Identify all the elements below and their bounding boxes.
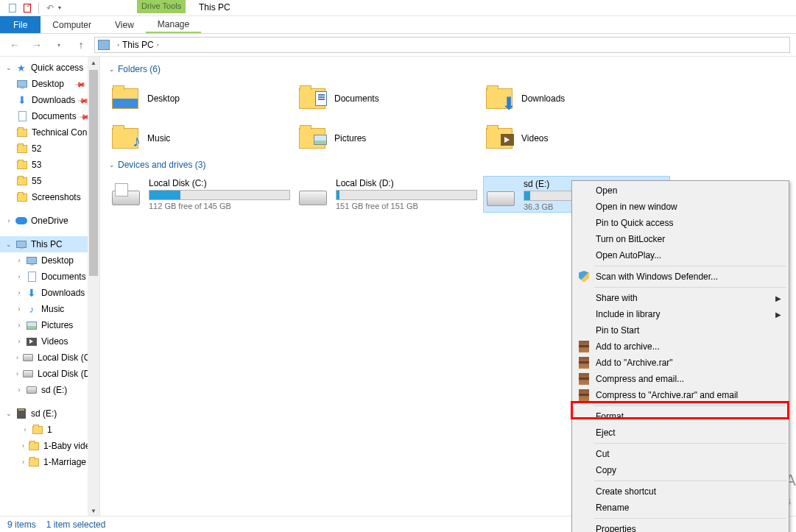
tree-item[interactable]: ›Local Disk (D:) <box>0 366 88 382</box>
address-bar[interactable]: › This PC › <box>94 37 790 53</box>
vid-icon <box>26 336 38 347</box>
tree-sd-root[interactable]: ⌄ sd (E:) <box>0 405 88 422</box>
tree-item[interactable]: Desktop📌 <box>0 76 88 92</box>
tree-scrollbar[interactable]: ▲ ▼ <box>88 57 99 517</box>
group-header-folders[interactable]: ⌄ Folders (6) <box>109 64 796 74</box>
menu-label: Add to "Archive.rar" <box>596 358 673 368</box>
menu-separator <box>594 266 786 266</box>
tree-item[interactable]: ›Videos <box>0 333 88 350</box>
menu-item[interactable]: Cut <box>574 446 787 462</box>
tab-computer[interactable]: Computer <box>40 16 103 33</box>
group-label: Folders (6) <box>118 64 161 74</box>
tree-item[interactable]: ›⬇Downloads <box>0 285 88 301</box>
navigation-pane: ⌄ ★ Quick access Desktop📌⬇Downloads📌Docu… <box>0 57 100 517</box>
tree-label: Music <box>41 304 64 314</box>
chevron-down-icon: ⌄ <box>109 65 115 73</box>
tab-file[interactable]: File <box>0 16 40 33</box>
menu-separator <box>594 480 786 481</box>
shield-icon <box>577 270 591 283</box>
folder-item[interactable]: ⬇Downloads <box>483 80 670 117</box>
forward-button[interactable]: → <box>28 36 46 54</box>
back-button[interactable]: ← <box>6 36 24 54</box>
tree-item[interactable]: Screenshots <box>0 189 88 205</box>
menu-item[interactable]: Eject <box>574 425 787 441</box>
tree-item[interactable]: ›1-Baby video <box>0 438 88 454</box>
tab-view[interactable]: View <box>103 16 146 33</box>
menu-item[interactable]: Include in library▶ <box>574 306 787 322</box>
menu-item[interactable]: Format... <box>574 408 787 425</box>
customize-qat-icon[interactable]: ▾ <box>58 4 61 11</box>
menu-separator <box>594 518 786 519</box>
tree-item[interactable]: ›Documents <box>0 269 88 285</box>
properties-icon[interactable] <box>6 1 19 15</box>
tree-item[interactable]: ›1-Marriage vide <box>0 454 88 470</box>
tree-item[interactable]: ›Local Disk (C:) <box>0 350 88 366</box>
recent-locations-icon[interactable]: ▾ <box>50 36 68 54</box>
menu-item[interactable]: Pin to Quick access <box>574 215 787 231</box>
new-folder-icon[interactable]: ✓ <box>21 1 34 15</box>
tree-item[interactable]: Documents📌 <box>0 108 88 124</box>
menu-item[interactable]: Rename <box>574 500 787 516</box>
folder-item[interactable]: Videos <box>483 120 670 157</box>
menu-item[interactable]: Create shortcut <box>574 483 787 500</box>
menu-item[interactable]: Pin to Start <box>574 322 787 338</box>
menu-item[interactable]: Open in new window <box>574 199 787 215</box>
music-icon: ♪ <box>26 304 38 314</box>
tree-this-pc[interactable]: ⌄ This PC <box>0 236 88 252</box>
drive-item[interactable]: Local Disk (D:)151 GB free of 151 GB <box>296 176 483 213</box>
menu-label: Properties <box>596 524 636 532</box>
group-header-drives[interactable]: ⌄ Devices and drives (3) <box>109 160 796 170</box>
menu-item[interactable]: Add to "Archive.rar" <box>574 355 787 371</box>
cloud-icon <box>15 216 27 226</box>
folder-item[interactable]: Desktop <box>109 80 296 117</box>
quick-access-toolbar: ✓ ↶ ▾ <box>0 1 61 15</box>
tree-onedrive[interactable]: › OneDrive <box>0 213 88 229</box>
menu-item[interactable]: Compress and email... <box>574 371 787 387</box>
title-bar: ✓ ↶ ▾ Drive Tools This PC <box>0 0 796 16</box>
tree-item[interactable]: 55 <box>0 173 88 189</box>
star-icon: ★ <box>15 63 27 73</box>
tree-item[interactable]: ›sd (E:) <box>0 382 88 398</box>
menu-item[interactable]: Share with▶ <box>574 290 787 306</box>
chevron-right-icon: ▶ <box>775 294 781 302</box>
archive-icon <box>577 356 591 369</box>
window-title: This PC <box>199 2 230 13</box>
chevron-right-icon[interactable]: › <box>114 41 122 49</box>
scroll-thumb[interactable] <box>89 70 98 276</box>
menu-item[interactable]: Turn on BitLocker <box>574 231 787 247</box>
tab-manage[interactable]: Manage <box>146 16 201 33</box>
monitor-icon <box>15 239 27 249</box>
menu-item[interactable]: Open <box>574 182 787 199</box>
menu-item[interactable]: Compress to "Archive.rar" and email <box>574 387 787 403</box>
scroll-up-icon[interactable]: ▲ <box>88 57 99 68</box>
tree-quick-access[interactable]: ⌄ ★ Quick access <box>0 60 88 76</box>
chevron-right-icon[interactable]: › <box>154 41 162 49</box>
separator <box>38 2 39 14</box>
tree-label: Desktop <box>41 255 74 266</box>
folder-item[interactable]: Documents <box>296 80 483 117</box>
folder-item[interactable]: Pictures <box>296 120 483 157</box>
menu-label: Eject <box>596 428 616 438</box>
folder-item[interactable]: ♪Music <box>109 120 296 157</box>
up-button[interactable]: ↑ <box>72 36 90 54</box>
undo-icon[interactable]: ↶ <box>43 1 57 15</box>
menu-item[interactable]: Copy <box>574 462 787 478</box>
menu-item[interactable]: Scan with Windows Defender... <box>574 269 787 285</box>
tree-label: Local Disk (C:) <box>38 352 96 363</box>
tree-item[interactable]: Technical Con📌 <box>0 124 88 141</box>
tree-item[interactable]: 52 <box>0 141 88 157</box>
dl-icon: ⬇ <box>16 95 28 105</box>
drive-item[interactable]: Local Disk (C:)112 GB free of 145 GB <box>109 176 296 213</box>
scroll-down-icon[interactable]: ▼ <box>88 505 99 517</box>
tree-item[interactable]: ›Pictures <box>0 317 88 333</box>
tree-item[interactable]: ›♪Music <box>0 301 88 317</box>
tree-item[interactable]: ⬇Downloads📌 <box>0 92 88 108</box>
breadcrumb-segment[interactable]: This PC <box>122 40 154 50</box>
menu-item[interactable]: Properties <box>574 521 787 532</box>
menu-item[interactable]: Open AutoPlay... <box>574 247 787 263</box>
tree-item[interactable]: ›Desktop <box>0 252 88 269</box>
tree-item[interactable]: 53 <box>0 157 88 173</box>
menu-item[interactable]: Add to archive... <box>574 338 787 355</box>
drive-icon <box>487 182 516 209</box>
tree-item[interactable]: ›1 <box>0 422 88 438</box>
